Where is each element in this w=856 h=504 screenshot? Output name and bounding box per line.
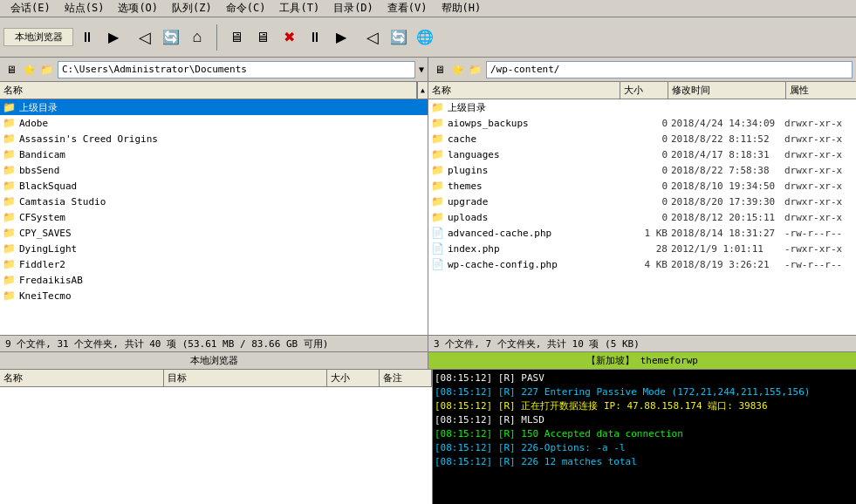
file-size: 0: [627, 180, 671, 192]
file-type-icon: 📁: [430, 116, 444, 130]
list-item[interactable]: 📁Bandicam: [0, 146, 428, 162]
folder-icon: 📁: [2, 242, 16, 255]
addr-left-star[interactable]: ⭐: [21, 62, 37, 78]
menu-options[interactable]: 选项(O): [111, 0, 165, 17]
back-btn-left[interactable]: ◁: [133, 25, 157, 50]
log-panel: [08:15:12] [R] PASV[08:15:12] [R] 227 En…: [433, 370, 856, 504]
menu-directory[interactable]: 目录(D): [326, 0, 380, 17]
addr-right-star[interactable]: ⭐: [449, 62, 465, 78]
file-attr: drwxr-xr-x: [784, 196, 854, 208]
connect-btn[interactable]: 🖥: [224, 25, 249, 50]
addr-right-folder[interactable]: 📁: [467, 62, 483, 78]
list-item[interactable]: 📁 languages 0 2018/4/17 8:18:31 drwxr-xr…: [428, 146, 856, 162]
list-item[interactable]: 📁CFSystem: [0, 209, 428, 225]
folder-icon: 📁: [2, 257, 16, 271]
list-item[interactable]: 📁 uploads 0 2018/8/12 20:15:11 drwxr-xr-…: [428, 209, 856, 225]
right-col-attr[interactable]: 属性: [786, 82, 856, 99]
toolbar-right: 🖥 🖥 ✖ ⏸ ▶ ◁ 🔄 🌐: [224, 25, 437, 50]
right-col-size[interactable]: 大小: [620, 82, 668, 99]
disconnect-btn[interactable]: ✖: [277, 25, 301, 50]
right-panel-header: 名称 大小 修改时间 属性: [428, 82, 856, 99]
parent-dir-icon-right: 📁: [430, 100, 444, 114]
menu-site[interactable]: 站点(S): [58, 0, 112, 17]
list-item[interactable]: 📁 plugins 0 2018/8/22 7:58:38 drwxr-xr-x: [428, 162, 856, 178]
queue-list: [0, 387, 432, 504]
file-name: DyingLight: [19, 243, 426, 255]
left-panel-header: 名称 ▲: [0, 82, 428, 99]
list-item[interactable]: 📁 upgrade 0 2018/8/20 17:39:30 drwxr-xr-…: [428, 194, 856, 209]
folder-icon: 📁: [2, 179, 16, 193]
queue-col-target: 目标: [164, 370, 328, 386]
folder-icon: 📁: [2, 194, 16, 208]
list-item[interactable]: 📁 themes 0 2018/8/10 19:34:50 drwxr-xr-x: [428, 178, 856, 194]
list-item[interactable]: 📁CPY_SAVES: [0, 225, 428, 241]
right-col-date[interactable]: 修改时间: [668, 82, 786, 99]
queue-col-size: 大小: [327, 370, 380, 386]
toolbar-left-label: 本地浏览器: [3, 28, 73, 46]
left-scroll-up[interactable]: ▲: [417, 82, 428, 99]
back-btn-right[interactable]: ◁: [360, 25, 385, 50]
list-item[interactable]: 📁 aiowps_backups 0 2018/4/24 14:34:09 dr…: [428, 115, 856, 131]
list-item[interactable]: 📁DyingLight: [0, 241, 428, 256]
file-type-icon: 📁: [430, 179, 444, 193]
folder-icon: 📁: [2, 273, 16, 287]
right-col-name[interactable]: 名称: [428, 82, 620, 99]
menu-view[interactable]: 查看(V): [380, 0, 435, 17]
list-item[interactable]: 📁 cache 0 2018/8/22 8:11:52 drwxr-xr-x: [428, 131, 856, 146]
refresh-btn-right[interactable]: 🔄: [387, 25, 411, 50]
list-item[interactable]: 📁BlackSquad: [0, 178, 428, 194]
pause-btn-right[interactable]: ⏸: [303, 25, 327, 50]
list-item[interactable]: 📁bbsSend: [0, 162, 428, 178]
queue-col-note: 备注: [380, 370, 432, 386]
file-attr: -rwxr-xr-x: [784, 243, 854, 255]
file-name: advanced-cache.php: [448, 228, 627, 239]
home-btn-left[interactable]: ⌂: [185, 25, 209, 50]
left-file-list[interactable]: 📁 上级目录 📁Adobe📁Assassin's Creed Origins📁B…: [0, 99, 428, 335]
label-bar-row: 本地浏览器 【新加坡】 themeforwp: [0, 352, 856, 370]
file-name: index.php: [448, 243, 627, 255]
file-attr: drwxr-xr-x: [784, 118, 854, 129]
menu-queue[interactable]: 队列(Z): [165, 0, 219, 17]
list-item[interactable]: 📁Fiddler2: [0, 256, 428, 272]
addr-left-dropdown[interactable]: ▼: [419, 65, 424, 74]
label-right-section: 【新加坡】 themeforwp: [428, 352, 856, 370]
toolbar: 本地浏览器 ⏸ ▶ ◁ 🔄 ⌂ 🖥 🖥 ✖ ⏸ ▶ ◁ 🔄 🌐: [0, 17, 856, 58]
menu-help[interactable]: 帮助(H): [435, 0, 489, 17]
pause-btn-left[interactable]: ⏸: [75, 25, 99, 50]
address-left-input[interactable]: [58, 61, 415, 78]
list-item[interactable]: 📄 index.php 28 2012/1/9 1:01:11 -rwxr-xr…: [428, 241, 856, 256]
list-item[interactable]: 📁Camtasia Studio: [0, 194, 428, 209]
left-parent-dir[interactable]: 📁 上级目录: [0, 99, 428, 115]
menu-session[interactable]: 会话(E): [3, 0, 58, 17]
file-attr: drwxr-xr-x: [784, 133, 854, 145]
file-name: Bandicam: [19, 149, 426, 160]
list-item[interactable]: 📁Adobe: [0, 115, 428, 131]
play-btn-right[interactable]: ▶: [329, 25, 353, 50]
list-item[interactable]: 📄 advanced-cache.php 1 KB 2018/8/14 18:3…: [428, 225, 856, 241]
globe-btn[interactable]: 🌐: [413, 25, 437, 50]
file-name: Camtasia Studio: [19, 196, 426, 208]
file-size: 0: [627, 118, 671, 129]
list-item[interactable]: 📁Assassin's Creed Origins: [0, 131, 428, 146]
left-col-name[interactable]: 名称: [0, 82, 417, 99]
toolbar-left: 本地浏览器 ⏸ ▶ ◁ 🔄 ⌂: [3, 25, 209, 50]
file-type-icon: 📄: [430, 242, 444, 255]
connect2-btn[interactable]: 🖥: [250, 25, 275, 50]
list-item[interactable]: 📁FredaikisAB: [0, 272, 428, 288]
right-file-list[interactable]: 📁 上级目录 📁 aiowps_backups 0 2018/4/24 14:3…: [428, 99, 856, 335]
menu-command[interactable]: 命令(C): [219, 0, 273, 17]
addr-right-icon1[interactable]: 🖥: [432, 62, 448, 78]
play-btn-left[interactable]: ▶: [101, 25, 126, 50]
log-line: [08:15:12] [R] 226 12 matches total: [435, 455, 854, 469]
addr-left-icon1[interactable]: 🖥: [3, 62, 19, 78]
file-attr: drwxr-xr-x: [784, 149, 854, 160]
address-right-input[interactable]: [486, 61, 853, 78]
file-size: 0: [627, 212, 671, 223]
list-item[interactable]: 📄 wp-cache-config.php 4 KB 2018/8/19 3:2…: [428, 256, 856, 272]
file-name: CPY_SAVES: [19, 228, 426, 239]
menu-tools[interactable]: 工具(T): [272, 0, 326, 17]
right-parent-dir[interactable]: 📁 上级目录: [428, 99, 856, 115]
list-item[interactable]: 📁KneiTecmo: [0, 288, 428, 303]
refresh-btn-left[interactable]: 🔄: [159, 25, 183, 50]
addr-left-folder[interactable]: 📁: [38, 62, 54, 78]
